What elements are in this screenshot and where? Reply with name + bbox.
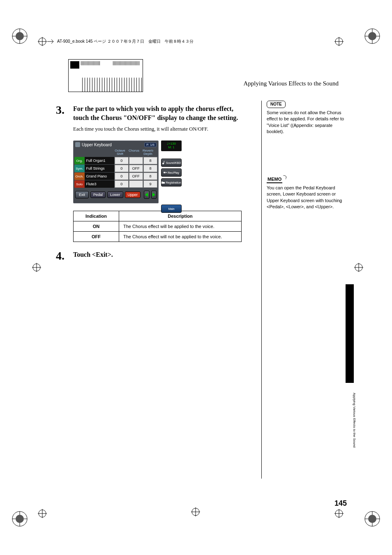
tempo-meas: M: 1 [168, 146, 175, 150]
section-side-tab: Applying Various Effects to the Sound [346, 284, 354, 383]
table-row: ON The Chorus effect will be applied to … [74, 221, 242, 232]
section-side-tab-label: Applying Various Effects to the Sound [353, 393, 356, 448]
header-octave: Octave Shift [113, 148, 127, 157]
step-3-heading: For the part to which you wish to apply … [73, 104, 249, 122]
memo-block: MEMO You can open the Pedal Keyboard scr… [267, 176, 345, 210]
folder-icon [161, 181, 165, 184]
chorus-cell[interactable] [129, 180, 143, 188]
keyboard-thumbnail [68, 59, 143, 92]
crop-rosette-tl [12, 28, 28, 44]
svg-point-7 [368, 515, 376, 523]
memo-badge: MEMO [267, 176, 282, 183]
running-header: AT-900_e.book 145 ページ ２００７年９月７日 金曜日 午前８時… [47, 39, 194, 44]
crop-mark-icon [38, 509, 47, 518]
svg-point-3 [368, 32, 376, 40]
memo-text: You can open the Pedal Keyboard screen, … [267, 185, 342, 209]
reverb-cell[interactable]: 9 [143, 180, 157, 188]
voice-tag: Orch. [74, 173, 85, 180]
arrow-right-icon [47, 39, 55, 44]
step-4-heading: Touch <Exit>. [73, 250, 249, 259]
voice-row[interactable]: Solo Flute3 0 9 [74, 180, 157, 188]
voice-name: Full Organ1 [85, 157, 114, 164]
margin-notes: NOTE Some voices do not allow the Chorus… [261, 101, 345, 479]
registration-button[interactable]: Registration [161, 178, 182, 187]
octave-cell[interactable]: 0 [115, 165, 129, 172]
description-cell: The Chorus effect will be applied to the… [119, 221, 242, 232]
sound-kbd-button[interactable]: Sound/KBD [161, 159, 182, 167]
crop-mark-icon [32, 263, 41, 272]
reverb-cell[interactable]: 8 [143, 157, 157, 164]
crop-mark-icon [354, 263, 363, 272]
svg-point-1 [16, 32, 24, 40]
step-3: 3. For the part to which you wish to app… [68, 104, 249, 242]
voice-name: Grand Piano [85, 173, 114, 180]
step-number: 3. [56, 104, 65, 242]
crop-rosette-bl [12, 511, 28, 527]
exit-button[interactable]: Exit [75, 191, 89, 198]
table-row: OFF The Chorus effect will not be applie… [74, 232, 242, 242]
column-headers: Octave Shift Chorus Reverb Depth [74, 148, 158, 157]
rec-play-icon [164, 171, 167, 174]
main-button[interactable]: Main [161, 205, 182, 213]
header-chorus: Chorus [127, 148, 141, 157]
page-number: 145 [334, 499, 347, 508]
note-badge: NOTE [267, 101, 286, 108]
svg-point-16 [164, 172, 165, 173]
indication-cell: OFF [74, 232, 119, 242]
running-header-text: AT-900_e.book 145 ページ ２００７年９月７日 金曜日 午前８時… [57, 39, 194, 44]
crop-mark-icon [334, 509, 344, 518]
triangle-right-icon [152, 193, 156, 197]
chorus-cell[interactable] [129, 157, 143, 164]
upper-button[interactable]: Upper [125, 191, 141, 198]
reverb-cell[interactable]: 8 [143, 173, 157, 180]
page-indicator: P. 1/6 [144, 143, 157, 147]
note-block: NOTE Some voices do not allow the Chorus… [267, 101, 345, 135]
rec-play-button[interactable]: Rec/Play [161, 168, 182, 177]
window-title: Upper Keyboard [82, 143, 112, 147]
voice-tag: Solo [74, 180, 85, 188]
step-4: 4. Touch <Exit>. [68, 250, 249, 262]
table-header-indication: Indication [74, 211, 119, 221]
lower-button[interactable]: Lower [107, 191, 123, 198]
voice-name: Full Strings [85, 165, 114, 172]
voice-row[interactable]: Org. Full Organ1 0 8 [74, 157, 157, 164]
octave-cell[interactable]: 0 [115, 180, 129, 188]
chorus-indication-table: Indication Description ON The Chorus eff… [73, 211, 242, 242]
octave-cell[interactable]: 0 [115, 173, 129, 180]
triangle-left-icon [145, 193, 149, 197]
voice-tag: Org. [74, 157, 85, 164]
header-reverb: Reverb Depth [141, 148, 155, 157]
section-title: Applying Various Effects to the Sound [243, 80, 339, 87]
voice-row[interactable]: Sym. Full Strings 0 OFF 8 [74, 165, 157, 172]
voice-name: Flute3 [85, 180, 114, 188]
prev-page-button[interactable] [144, 191, 149, 199]
crop-rosette-br [364, 511, 380, 527]
crop-rosette-tr [364, 28, 380, 44]
pedal-button[interactable]: Pedal [90, 191, 106, 198]
next-page-button[interactable] [151, 191, 157, 199]
svg-point-15 [162, 163, 164, 164]
voice-row[interactable]: Orch. Grand Piano 0 OFF 8 [74, 173, 157, 180]
description-cell: The Chorus effect will not be applied to… [119, 232, 242, 242]
voice-tag: Sym. [74, 165, 85, 172]
octave-cell[interactable]: 0 [115, 157, 129, 164]
indication-cell: ON [74, 221, 119, 232]
upper-keyboard-screen: Upper Keyboard P. 1/6 Octave Shift Choru… [73, 140, 182, 203]
window-icon [75, 142, 80, 147]
svg-point-5 [16, 515, 24, 523]
note-icon [162, 161, 165, 164]
step-3-paragraph: Each time you touch the Chorus setting, … [73, 126, 249, 132]
crop-mark-icon [38, 37, 47, 46]
step-number: 4. [56, 250, 65, 262]
crop-mark-icon [191, 507, 200, 516]
chorus-cell[interactable]: OFF [129, 173, 143, 180]
chorus-cell[interactable]: OFF [129, 165, 143, 172]
tempo-display: ♩=130 M: 1 [161, 140, 182, 151]
reverb-cell[interactable]: 8 [143, 165, 157, 172]
crop-mark-icon [334, 37, 344, 46]
note-text: Some voices do not allow the Chorus effe… [267, 110, 344, 134]
